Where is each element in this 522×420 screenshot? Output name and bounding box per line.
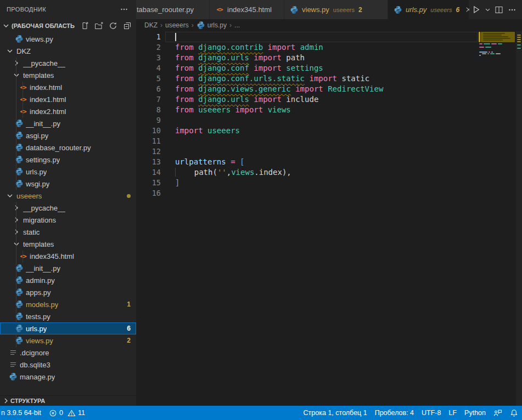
tab-urls.py[interactable]: urls.pyuseeers6 [388,0,469,19]
status-right: Строка 1, столбец 1Пробелов: 4UTF-8LFPyt… [300,406,522,420]
python-interpreter-status[interactable]: n 3.9.5 64-bit [0,406,45,420]
tree-folder-migrations[interactable]: migrations [0,214,136,226]
code-line-9[interactable]: 9 [136,115,522,126]
python-file-icon [290,5,299,14]
tree-file-db.sqlite3[interactable]: db.sqlite3 [0,359,136,371]
more-actions-button[interactable] [507,4,518,15]
breadcrumb-item-urls.py[interactable]: urls.py [197,21,227,30]
tab-index345.html[interactable]: <>index345.html [210,0,284,19]
code-line-11[interactable]: 11 [136,136,522,146]
split-editor-button[interactable] [493,4,504,15]
refresh-button[interactable] [108,20,119,31]
editor-group: tabase_roouter.py<>index345.htmlviews.py… [136,0,522,406]
line-content: from django.urls import include [161,94,318,105]
chevron-down-icon [12,71,21,80]
collapse-all-button[interactable] [122,20,133,31]
status-language-mode[interactable]: Python [461,406,490,420]
overview-ruler-scrollbar[interactable] [516,31,522,406]
code-line-3[interactable]: 3from django.urls import path [136,53,522,63]
generic-file-icon [9,348,18,357]
problems-status[interactable]: 0 11 [45,406,89,420]
tree-file-.dcignore[interactable]: .dcignore [0,347,136,359]
current-line-highlight [165,32,478,42]
code-line-1[interactable]: 1 [136,32,522,42]
new-file-button[interactable] [79,20,90,31]
workspace-section-header[interactable]: (РАБОЧАЯ ОБЛАСТЬ) ... [0,19,136,33]
tree-folder--pycache-[interactable]: __pycache__ [0,57,136,69]
status-encoding[interactable]: UTF-8 [418,406,445,420]
tree-file-apps.py[interactable]: apps.py [0,286,136,298]
tree-folder-dkz[interactable]: DKZ [0,45,136,57]
tree-folder-templates[interactable]: templates [0,69,136,81]
run-dropdown-chevron-icon[interactable] [484,4,491,15]
views-and-more-actions-button[interactable] [119,4,130,15]
code-line-8[interactable]: 8from useeers import views [136,105,522,115]
chevron-right-icon [2,396,10,405]
tree-file-manage.py[interactable]: manage.py [0,371,136,383]
tab-tabase-roouter.py[interactable]: tabase_roouter.py [136,0,210,19]
line-content: from django.urls import path [161,53,305,63]
tab-label: index345.html [227,5,272,14]
chevron-right-icon [12,228,21,236]
tree-file-views.py[interactable]: views.py [0,33,136,45]
line-number: 11 [136,136,161,146]
breadcrumb-item-useeers[interactable]: useeers [165,21,189,29]
code-line-7[interactable]: 7from django.urls import include [136,94,522,105]
code-line-5[interactable]: 5from django.conf.urls.static import sta… [136,73,522,84]
status-notifications[interactable] [506,406,522,420]
tree-folder-templates[interactable]: templates [0,238,136,250]
tree-folder-static[interactable]: static [0,226,136,238]
tree-folder-useeers[interactable]: useeers [0,190,136,202]
tree-folder--pycache-[interactable]: __pycache__ [0,202,136,214]
tree-file-wsgi.py[interactable]: wsgi.py [0,178,136,190]
code-line-14[interactable]: 14 path('',views.index), [136,167,522,178]
breadcrumb-item-...[interactable]: ... [234,21,240,29]
tree-file-index345.html[interactable]: <>index345.html [0,250,136,262]
tree-file-views.py[interactable]: views.py2 [0,334,136,347]
tree-item-label: useeers [16,192,42,200]
line-content [161,32,175,42]
tree-file-models.py[interactable]: models.py1 [0,298,136,310]
code-line-15[interactable]: 15] [136,178,522,188]
minimap[interactable] [479,31,516,207]
chevron-down-icon [5,47,14,55]
code-line-16[interactable]: 16 [136,188,522,198]
status-cursor-position[interactable]: Строка 1, столбец 1 [300,406,371,420]
code-line-10[interactable]: 10import useeers [136,126,522,136]
line-content: ] [161,178,179,188]
line-content: path('',views.index), [161,167,291,178]
tree-file-database-roouter.py[interactable]: database_roouter.py [0,141,136,154]
status-indentation[interactable]: Пробелов: 4 [371,406,418,420]
tree-file-admin.py[interactable]: admin.py [0,274,136,286]
tab-problems-badge: 2 [358,6,362,14]
tree-item-label: tests.py [26,313,50,321]
tree-file-index1.html[interactable]: <>index1.html [0,93,136,105]
code-line-12[interactable]: 12 [136,146,522,157]
html-file-icon: <> [20,96,26,103]
status-eol[interactable]: LF [445,406,461,420]
tree-file-settings.py[interactable]: settings.py [0,154,136,166]
explorer-title: ПРОВОДНИК [7,6,46,13]
code-line-2[interactable]: 2from django.contrib import admin [136,42,522,53]
tree-file-urls.py[interactable]: urls.py [0,166,136,178]
code-editor[interactable]: 12from django.contrib import admin3from … [136,31,522,406]
code-line-6[interactable]: 6from django.views.generic import Redire… [136,84,522,94]
chevron-right-icon [12,215,21,224]
tree-file-asgi.py[interactable]: asgi.py [0,129,136,141]
chevron-down-icon [5,191,14,200]
tree-file--init-.py[interactable]: __init__.py [0,117,136,129]
tab-views.py[interactable]: views.pyuseeers2 [284,0,388,19]
code-line-13[interactable]: 13urlpatterns = [ [136,157,522,167]
tree-file-index2.html[interactable]: <>index2.html [0,105,136,117]
run-python-file-button[interactable] [470,4,481,15]
breadcrumb-item-dkz[interactable]: DKZ [144,21,158,29]
tree-file--init-.py[interactable]: __init__.py [0,262,136,274]
code-line-4[interactable]: 4from django.conf import settings [136,63,522,73]
new-folder-button[interactable] [93,20,104,31]
status-label: Python [464,409,486,417]
tree-file-tests.py[interactable]: tests.py [0,310,136,322]
outline-section-header[interactable]: СТРУКТУРА [0,395,136,406]
status-feedback[interactable] [490,406,506,420]
tree-file-urls.py[interactable]: urls.py6 [0,322,136,334]
tree-file-index.html[interactable]: <>index.html [0,81,136,93]
